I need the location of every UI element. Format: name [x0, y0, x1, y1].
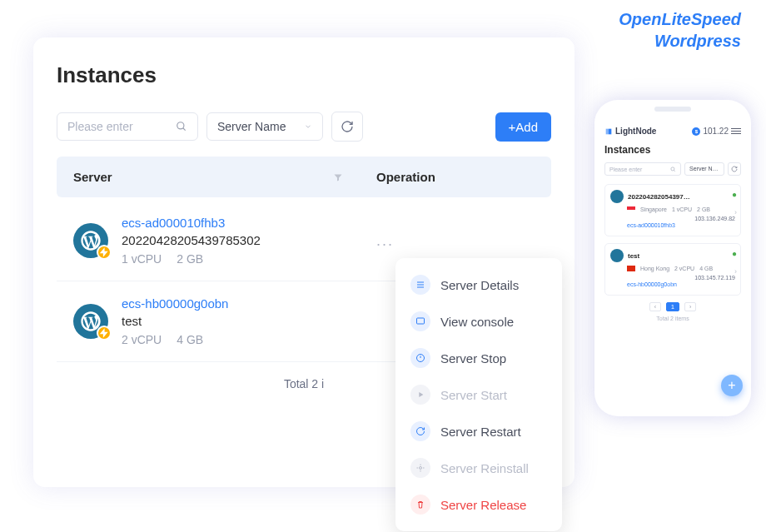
menu-server-restart[interactable]: Server Restart: [395, 413, 562, 450]
balance-display: $ 101.22: [692, 127, 741, 136]
menu-item-label: Server Reinstall: [440, 461, 529, 475]
refresh-button[interactable]: [331, 112, 363, 142]
svg-point-0: [177, 122, 184, 129]
watermark-text: OpenLiteSpeed Wordpress: [619, 8, 741, 52]
mobile-pagination: ‹ 1 ›: [604, 302, 741, 311]
instance-link[interactable]: ecs-hb00000g0obn: [122, 296, 376, 311]
ram-label: 4 GB: [699, 266, 713, 271]
wordpress-icon: [73, 223, 108, 258]
mobile-instance-name: 202204282054397…: [628, 193, 690, 201]
flag-icon: [627, 206, 635, 212]
mobile-instance-card[interactable]: ● 202204282054397… Singapore 1 vCPU 2 GB…: [604, 184, 741, 236]
menu-item-icon: [410, 421, 430, 441]
server-select[interactable]: Server Name: [206, 112, 323, 141]
filter-icon[interactable]: [333, 172, 343, 182]
wordpress-icon: [610, 190, 624, 203]
mobile-preview: LightNode $ 101.22 Instances Please ente…: [594, 100, 751, 416]
th-server: Server: [73, 170, 376, 184]
mobile-instance-link[interactable]: ecs-ad000010fhb3: [610, 222, 675, 228]
svg-line-1: [183, 128, 186, 131]
svg-line-10: [674, 170, 674, 171]
currency-icon: $: [692, 127, 700, 136]
phone-notch: [654, 107, 691, 112]
menu-item-icon: [410, 495, 430, 515]
mobile-add-button[interactable]: +: [721, 375, 743, 396]
menu-item-label: Server Release: [440, 498, 526, 512]
mobile-page-title: Instances: [604, 144, 741, 156]
select-label: Server Name: [217, 120, 304, 133]
menu-item-label: View console: [440, 315, 514, 329]
menu-item-icon: [410, 458, 430, 478]
region-label: Singapore: [640, 206, 667, 212]
refresh-icon: [341, 120, 354, 133]
chevron-down-icon: [304, 122, 312, 131]
mobile-toolbar: Please enter Server N…: [604, 162, 741, 176]
svg-point-9: [671, 167, 674, 170]
svg-rect-5: [417, 318, 425, 324]
menu-item-icon: [410, 348, 430, 368]
instance-name: test: [122, 314, 376, 328]
wordpress-icon: [73, 304, 108, 339]
mobile-select[interactable]: Server N…: [684, 162, 724, 176]
instance-specs: 1 vCPU2 GB: [122, 252, 376, 266]
menu-item-icon: [410, 275, 430, 295]
menu-item-icon: [410, 385, 430, 405]
menu-item-label: Server Details: [440, 278, 519, 292]
region-label: Hong Kong: [640, 266, 669, 271]
menu-server-release[interactable]: Server Release: [395, 486, 562, 523]
mobile-instance-ip: 103.145.72.119: [694, 275, 735, 281]
mobile-instance-link[interactable]: ecs-hb00000g0obn: [610, 281, 677, 287]
instance-link[interactable]: ecs-ad000010fhb3: [122, 216, 376, 230]
mobile-total: Total 2 items: [604, 316, 741, 321]
lightning-badge-icon: [97, 326, 112, 341]
page-number[interactable]: 1: [666, 302, 679, 311]
chevron-right-icon: ›: [734, 208, 737, 216]
cpu-label: 2 vCPU: [674, 266, 694, 271]
logo-icon: [604, 127, 613, 136]
menu-server-stop[interactable]: Server Stop: [395, 340, 562, 376]
menu-view-console[interactable]: View console: [395, 303, 562, 340]
page-title: Instances: [57, 62, 551, 88]
instance-info: ecs-hb00000g0obn test 2 vCPU4 GB: [122, 296, 376, 346]
mobile-instance-name: test: [628, 252, 639, 260]
mobile-instance-ip: 103.136.249.82: [694, 216, 735, 221]
mobile-refresh-button[interactable]: [728, 162, 741, 176]
page-prev[interactable]: ‹: [649, 302, 661, 311]
table-header: Server Operation: [57, 157, 551, 197]
th-operation: Operation: [376, 170, 535, 184]
menu-server-details[interactable]: Server Details: [395, 266, 562, 303]
mobile-instance-card[interactable]: ● test Hong Kong 2 vCPU 4 GB ecs-hb00000…: [604, 243, 741, 296]
mobile-header: LightNode $ 101.22: [604, 127, 741, 136]
menu-icon[interactable]: [731, 127, 741, 136]
search-input[interactable]: Please enter: [57, 112, 198, 141]
ram-label: 2 GB: [697, 206, 710, 212]
status-dot-icon: ●: [732, 249, 737, 258]
status-dot-icon: ●: [732, 190, 737, 199]
operation-dropdown: Server Details View console Server Stop …: [395, 258, 562, 531]
page-next[interactable]: ›: [684, 302, 696, 311]
svg-point-8: [420, 467, 422, 470]
menu-item-icon: [410, 311, 430, 331]
brand-logo: LightNode: [604, 127, 656, 136]
wordpress-icon: [610, 249, 624, 262]
operation-menu-trigger[interactable]: ...: [376, 232, 535, 250]
toolbar: Please enter Server Name +Add: [57, 112, 551, 142]
search-placeholder: Please enter: [67, 120, 176, 133]
menu-server-reinstall: Server Reinstall: [395, 450, 562, 486]
cpu-label: 1 vCPU: [672, 206, 692, 212]
menu-item-label: Server Start: [440, 388, 507, 402]
menu-item-label: Server Stop: [440, 351, 506, 365]
instance-specs: 2 vCPU4 GB: [122, 333, 376, 346]
refresh-icon: [731, 166, 738, 172]
lightning-badge-icon: [97, 245, 112, 260]
search-icon: [176, 121, 187, 132]
flag-icon: [627, 266, 635, 271]
instance-info: ecs-ad000010fhb3 20220428205439785302 1 …: [122, 216, 376, 266]
search-icon: [670, 167, 676, 172]
mobile-search-input[interactable]: Please enter: [604, 162, 681, 176]
add-button[interactable]: +Add: [495, 112, 551, 142]
menu-item-label: Server Restart: [440, 425, 521, 439]
instance-name: 20220428205439785302: [122, 233, 376, 247]
chevron-right-icon: ›: [734, 267, 737, 276]
menu-server-start: Server Start: [395, 376, 562, 413]
